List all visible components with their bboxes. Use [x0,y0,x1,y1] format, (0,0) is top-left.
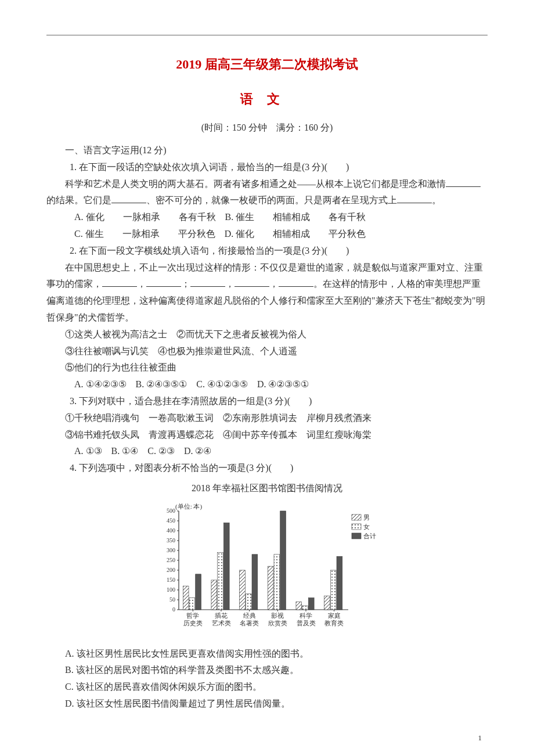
q1-passage-c: 、密不可分的，就像一枚硬币的两面。只是两者在呈现方式上 [146,195,397,205]
q1-optD: D. 催化 相辅相成 平分秋色 [225,229,366,239]
section-1-heading: 一、语言文字运用(12 分) [46,142,488,159]
q1-passage-d: 。 [432,195,441,205]
q2-options: A. ①④②③⑤ B. ②④③⑤① C. ④①②③⑤ D. ④②③⑤① [46,376,488,393]
q4-optD: D. 该社区女性居民图书借阅量超过了男性居民借阅量。 [46,696,488,712]
q3-line-2: ③锦书难托钗头凤 青渡再遇蝶恋花 ④闺中苏辛传孤本 词里红瘦咏海棠 [46,427,488,444]
svg-rect-46 [268,566,273,610]
q1-optB: B. 催生 相辅相成 各有千秋 [225,212,366,222]
svg-rect-52 [296,602,302,610]
svg-rect-59 [330,570,336,610]
svg-text:插花: 插花 [215,612,228,619]
svg-text:女: 女 [363,523,370,530]
svg-text:影视: 影视 [271,612,284,619]
svg-text:150: 150 [167,577,175,583]
svg-rect-35 [218,552,223,610]
q1-options-row-2: C. 催生 一脉相承 平分秋色 D. 催化 相辅相成 平分秋色 [46,226,488,243]
svg-rect-41 [246,594,251,610]
svg-text:200: 200 [167,567,175,573]
svg-text:经典: 经典 [243,612,256,619]
blank-q2-2 [146,278,181,287]
q4-optB: B. 该社区的居民对图书馆的科学普及类图书不太感兴趣。 [46,662,488,679]
q2-item-line-3: ⑤他们的行为也往往被歪曲 [46,359,488,376]
sep4: ， [269,279,279,289]
svg-text:教育类: 教育类 [324,620,344,627]
svg-text:普及类: 普及类 [297,620,316,627]
blank-1 [446,178,481,187]
svg-rect-54 [308,597,314,609]
q2-item-line-1: ①这类人被视为高洁之士 ②而忧天下之患者反被视为俗人 [46,326,488,343]
page-number: 1 [478,731,482,744]
top-rule [46,35,488,35]
q1-passage-b: 的结果。它们是 [46,195,111,205]
svg-text:科学: 科学 [300,612,312,619]
q1-options-row-1: A. 催化 一脉相承 各有千秋 B. 催生 相辅相成 各有千秋 [46,209,488,226]
svg-text:欣赏类: 欣赏类 [268,620,287,627]
svg-text:0: 0 [172,606,175,613]
svg-rect-29 [189,597,195,609]
exam-info: (时间：150 分钟 满分：160 分) [46,120,488,136]
exam-title: 2019 届高三年级第二次模拟考试 [46,53,488,76]
svg-text:100: 100 [167,586,175,593]
q3-options: A. ①③ B. ①④ C. ②③ D. ②④ [46,443,488,460]
q2-passage: 在中国思想史上，不止一次出现过这样的情形：不仅仅是避世的道家，就是貌似与道家严重… [46,260,488,326]
svg-rect-53 [302,606,308,610]
blank-3 [397,194,432,203]
q4-stem: 4. 下列选项中，对图表分析不恰当的一项是(3 分)( ) [46,460,488,477]
subject-title: 语文 [46,88,488,111]
svg-text:250: 250 [167,557,175,563]
q3-line-1: ①千秋绝唱消魂句 一卷高歌漱玉词 ②东南形胜填词去 岸柳月残煮酒来 [46,410,488,427]
q4-optC: C. 该社区的居民喜欢借阅休闲娱乐方面的图书。 [46,679,488,696]
sep3: ， [225,279,234,289]
chart-container: (单位: 本)050100150200250300350400450500哲学历… [46,501,488,640]
svg-text:合计: 合计 [363,532,376,539]
q2-stem: 2. 在下面一段文字横线处填入语句，衔接最恰当的一项是(3 分)( ) [46,243,488,260]
svg-rect-60 [337,556,342,610]
q3-stem: 3. 下列对联中，适合悬挂在李清照故居的一组是(3 分)( ) [46,393,488,410]
bar-chart: (单位: 本)050100150200250300350400450500哲学历… [151,501,383,634]
blank-q2-5 [279,278,313,287]
svg-rect-40 [240,570,246,610]
svg-text:450: 450 [167,517,175,524]
blank-q2-1 [102,278,137,287]
sep1: ， [137,279,146,289]
chart-title: 2018 年幸福社区图书馆图书借阅情况 [46,480,488,497]
svg-text:名著类: 名著类 [240,620,259,627]
svg-text:(单位: 本): (单位: 本) [175,503,202,510]
q1-passage: 科学和艺术是人类文明的两大基石。两者有诸多相通之处——从根本上说它们都是理念和激… [46,176,488,210]
svg-text:50: 50 [169,596,175,603]
svg-rect-34 [211,580,217,610]
svg-rect-66 [352,524,361,530]
q1-optA: A. 催化 一脉相承 各有千秋 [74,212,216,222]
blank-q2-4 [234,278,269,287]
q4-optA: A. 该社区男性居民比女性居民更喜欢借阅实用性强的图书。 [46,646,488,663]
blank-q2-3 [190,278,225,287]
svg-rect-36 [223,523,229,610]
svg-rect-48 [280,511,286,610]
q1-optC: C. 催生 一脉相承 平分秋色 [74,229,215,239]
svg-rect-47 [274,555,280,610]
svg-text:350: 350 [167,537,175,543]
blank-2 [111,194,146,203]
sep2: ； [181,279,190,289]
q2-item-line-2: ③往往被嘲讽与讥笑 ④也极为推崇避世风流、个人逍遥 [46,343,488,360]
svg-rect-30 [196,574,201,610]
svg-rect-64 [352,514,361,520]
q1-passage-a: 科学和艺术是人类文明的两大基石。两者有诸多相通之处——从根本上说它们都是理念和激… [65,179,446,189]
svg-text:500: 500 [167,507,175,514]
svg-text:艺术类: 艺术类 [212,620,231,627]
svg-text:家庭: 家庭 [328,612,341,619]
svg-rect-68 [352,533,361,539]
svg-rect-42 [252,555,258,610]
q1-stem: 1. 在下面一段话的空缺处依次填入词语，最恰当的一组是(3 分)( ) [46,159,488,176]
svg-rect-58 [324,596,330,610]
svg-text:历史类: 历史类 [183,620,203,627]
svg-text:400: 400 [167,527,175,534]
svg-text:300: 300 [167,547,175,553]
svg-text:哲学: 哲学 [186,612,199,619]
svg-text:男: 男 [363,514,370,521]
svg-rect-28 [183,586,189,610]
